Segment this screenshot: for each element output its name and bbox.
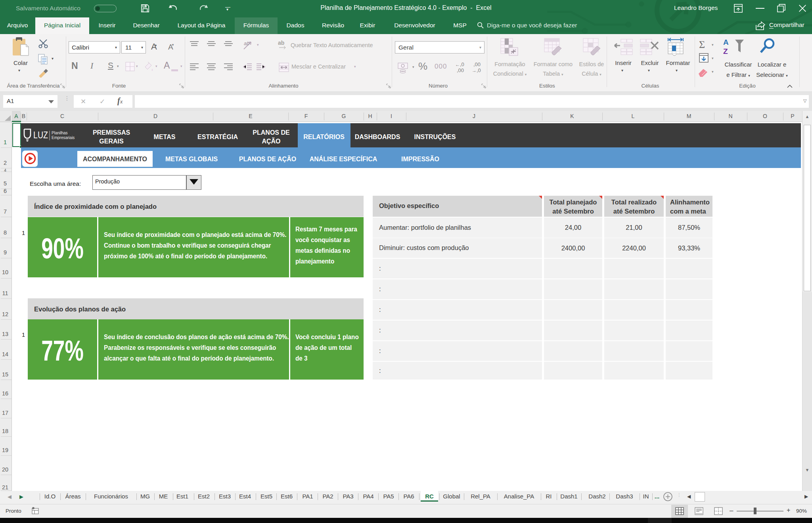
svg-text:Planilhas: Planilhas [52, 131, 68, 135]
svg-text:ab: ab [278, 40, 284, 46]
svg-text:Empresariais: Empresariais [52, 136, 75, 140]
svg-text:Z: Z [723, 47, 728, 55]
svg-text:A: A [723, 38, 729, 46]
svg-text:LUZ: LUZ [33, 130, 48, 140]
svg-text:ab: ab [244, 40, 249, 46]
